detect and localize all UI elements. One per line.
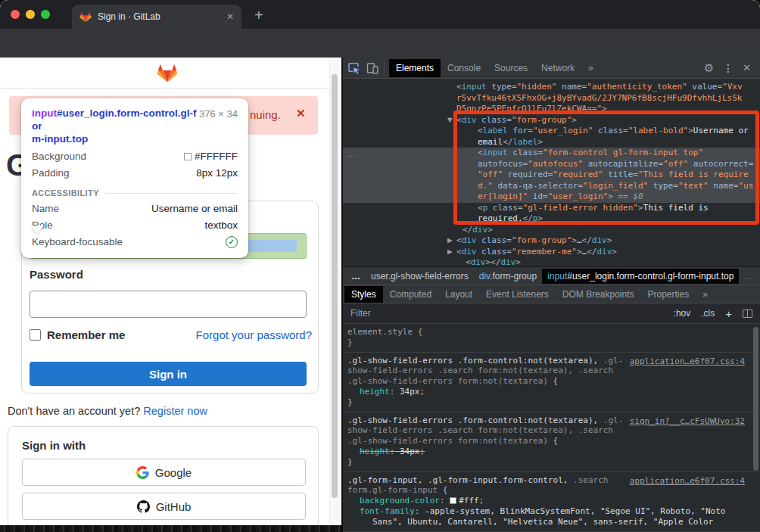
styles-filter-input[interactable]: Filter: [350, 308, 663, 319]
breadcrumb-item[interactable]: user.gl-show-field-errors: [366, 269, 474, 284]
code-token: >: [487, 225, 493, 235]
code-token: div: [472, 225, 487, 235]
style-source-link[interactable]: application…e6f07.css:4: [630, 356, 745, 366]
code-token: <: [456, 235, 462, 245]
code-token: =: [506, 247, 512, 257]
style-rule-line[interactable]: .gl-show-field-errors form:not(textarea)…: [347, 376, 755, 387]
devtools-tab-sources[interactable]: Sources: [487, 59, 534, 77]
styles-sidebar-tab-computed[interactable]: Computed: [383, 286, 438, 303]
breadcrumb-item[interactable]: input#user_login.form-control.gl-form-in…: [542, 269, 739, 284]
signin-button[interactable]: Sign in: [30, 362, 307, 386]
toggle-hover-state-button[interactable]: :hov: [674, 308, 691, 319]
style-rule-line[interactable]: }: [347, 397, 755, 408]
style-source-link[interactable]: application…e6f07.css:4: [630, 476, 745, 486]
elements-tree: ⋯ <input type="hidden" name="authenticit…: [343, 79, 760, 266]
style-rule-line[interactable]: font-family: -apple-system, BlinkMacSyst…: [347, 506, 755, 517]
tooltip-focusable-row: Keyboard-focusable ✓: [32, 236, 238, 248]
style-rule-line[interactable]: element.style {: [347, 327, 755, 338]
devtools-close-icon[interactable]: ✕: [743, 62, 751, 73]
alert-banner-text: nuing.: [250, 108, 281, 121]
code-token: :: [415, 506, 425, 516]
device-toolbar-icon[interactable]: [366, 61, 379, 75]
styles-sidebar-tab-properties[interactable]: Properties: [641, 286, 696, 303]
code-token: .gl-: [598, 356, 623, 366]
devtools-tab-console[interactable]: Console: [441, 59, 487, 77]
inspect-element-icon[interactable]: [347, 61, 361, 75]
code-token: …: [351, 271, 360, 282]
check-circle-icon: ✓: [226, 236, 238, 248]
breadcrumb-item[interactable]: …: [346, 269, 366, 284]
macos-minimize-button[interactable]: [26, 10, 35, 19]
styles-sidebar-tab-styles[interactable]: Styles: [344, 286, 383, 303]
code-token: }: [347, 397, 353, 407]
style-rule-line[interactable]: show-field-errors .search form:not(texta…: [347, 366, 755, 376]
styles-scrollbar-thumb[interactable]: [753, 327, 758, 471]
alert-close-icon[interactable]: ✕: [296, 107, 306, 120]
styles-sidebar-tab-event-listeners[interactable]: Event Listeners: [479, 286, 556, 303]
code-token: :: [390, 446, 400, 456]
dom-code-line[interactable]: <div></div>: [343, 257, 760, 266]
page-scrollbar-thumb[interactable]: [332, 74, 338, 498]
code-token: .gl-show-field-errors form:not(textarea): [347, 436, 553, 446]
tooltip-name-row: Name Username or email: [32, 203, 238, 214]
style-rule-line[interactable]: Sans", Ubuntu, Cantarell, "Helvetica Neu…: [347, 517, 755, 527]
browser-window: Sign in · GitLab ✕ + ← → ↻ gitlab.com/us…: [0, 0, 760, 532]
color-swatch: [184, 153, 192, 160]
css-color-swatch: [450, 497, 456, 504]
dom-hover-dots[interactable]: ⋯: [347, 151, 355, 161]
macos-zoom-button[interactable]: [41, 10, 50, 19]
style-rule-line[interactable]: .gl-show-field-errors form:not(textarea)…: [347, 436, 755, 446]
register-now-link[interactable]: Register now: [143, 405, 207, 417]
style-source-link[interactable]: sign_in?__c…cFsUWUyo:32: [630, 416, 745, 426]
tooltip-arrow: [30, 226, 44, 233]
devtools-tab-network[interactable]: Network: [534, 59, 581, 77]
code-token: value: [687, 82, 718, 92]
styles-filter-row: Filter :hov .cls +: [343, 303, 760, 324]
toolbar-separator: [384, 62, 385, 74]
code-token: "Vxv: [722, 82, 743, 92]
glitch-strip: [0, 525, 341, 532]
github-signin-button[interactable]: GitHub: [22, 493, 306, 520]
style-rule-line[interactable]: form.gl-form-input {: [347, 485, 755, 496]
styles-sidebar-tab-»[interactable]: »: [696, 286, 715, 303]
code-token: </: [587, 247, 596, 257]
code-token: ;: [479, 496, 484, 506]
new-tab-icon[interactable]: +: [254, 5, 263, 25]
style-rule-line[interactable]: }: [347, 457, 755, 468]
dom-code-line[interactable]: ▶<div class="remember-me">…</div>: [343, 247, 760, 258]
toggle-class-button[interactable]: .cls: [701, 308, 715, 319]
forgot-password-link[interactable]: Forgot your password?: [196, 328, 312, 341]
dom-code-line[interactable]: <input type="hidden" name="authenticity_…: [343, 82, 760, 93]
macos-close-button[interactable]: [11, 10, 20, 19]
password-input[interactable]: [30, 291, 307, 318]
code-token: div: [471, 257, 486, 266]
dom-code-line[interactable]: </div>: [343, 225, 760, 236]
devtools-menu-icon[interactable]: ⋮: [723, 62, 734, 74]
style-rule-line[interactable]: background-color: #fff;: [347, 496, 755, 506]
styles-sidebar-tab-layout[interactable]: Layout: [438, 286, 479, 303]
breadcrumb-item[interactable]: …: [739, 269, 758, 284]
settings-gear-icon[interactable]: ⚙: [704, 61, 714, 75]
toggle-sidebar-icon[interactable]: [743, 310, 752, 318]
code-token: =: [506, 235, 512, 245]
style-rule-section: application…e6f07.css:4.gl-show-field-er…: [343, 353, 760, 412]
new-style-rule-button[interactable]: +: [725, 307, 732, 320]
tab-close-icon[interactable]: ✕: [226, 11, 234, 22]
code-token: <: [456, 247, 462, 257]
devtools-tab-»[interactable]: »: [581, 59, 600, 77]
dom-code-line[interactable]: ▶<div class="form-group">…</div>: [343, 235, 760, 247]
style-rule-line[interactable]: height: 34px;: [347, 446, 755, 457]
style-rule-section: application…e6f07.css:4.gl-form-input, .…: [343, 472, 760, 532]
google-signin-button[interactable]: Google: [22, 459, 306, 486]
remember-me-checkbox[interactable]: [30, 329, 41, 341]
style-rule-line[interactable]: height: 34px;: [347, 387, 755, 397]
dom-code-line[interactable]: r5vvTfku46tX5FhxOG+j8yBYvadG/2JY7NP6fB8s…: [343, 93, 760, 104]
browser-tab[interactable]: Sign in · GitLab ✕: [72, 5, 241, 29]
code-token: class: [477, 247, 507, 257]
style-rule-line[interactable]: }: [347, 338, 755, 348]
breadcrumb-item[interactable]: div.form-group: [474, 269, 542, 284]
devtools-tab-elements[interactable]: Elements: [389, 59, 441, 77]
styles-sidebar-tab-dom-breakpoints[interactable]: DOM Breakpoints: [556, 286, 641, 303]
style-rule-line[interactable]: show-field-errors .search form:not(texta…: [347, 425, 755, 436]
style-rule-section: element.style {}: [343, 324, 760, 353]
